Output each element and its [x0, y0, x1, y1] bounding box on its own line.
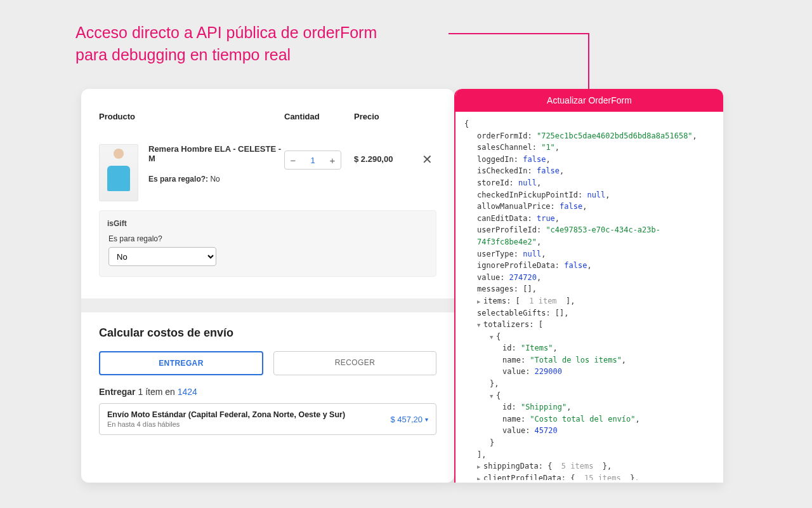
- deliver-summary: Entregar 1 ítem en 1424: [99, 387, 436, 397]
- chevron-down-icon: ▾: [425, 416, 428, 423]
- shipping-option-eta: En hasta 4 días hábiles: [107, 420, 345, 428]
- header-qty: Cantidad: [284, 112, 354, 121]
- collapse-icon[interactable]: ▼: [490, 392, 496, 401]
- shipping-card: Calcular costos de envío ENTREGAR RECOGE…: [81, 298, 454, 435]
- json-viewer[interactable]: { orderFormId: "725ec1bc5dae4602bd5d6bd8…: [455, 112, 723, 480]
- shipping-option[interactable]: Envío Moto Estándar (Capital Federal, Zo…: [99, 403, 436, 435]
- product-name: Remera Hombre ELA - CELESTE - M: [148, 144, 284, 163]
- checkout-panel: Producto Cantidad Precio Remera Hombre E…: [81, 89, 454, 483]
- isgift-field-label: Es para regalo?: [108, 234, 427, 243]
- isgift-block: isGift Es para regalo? No: [99, 210, 436, 277]
- quantity-stepper[interactable]: − 1 +: [284, 150, 341, 170]
- remove-item-button[interactable]: ✕: [417, 152, 436, 167]
- product-image: [99, 144, 138, 201]
- collapse-icon[interactable]: ▼: [477, 321, 483, 330]
- expand-icon[interactable]: ▶: [477, 298, 483, 307]
- qty-value: 1: [301, 156, 324, 165]
- product-gift-line: Es para regalo?: No: [148, 175, 284, 184]
- debug-panel: Actualizar OrderForm { orderFormId: "725…: [454, 89, 723, 483]
- cart-header-row: Producto Cantidad Precio: [99, 107, 436, 133]
- shipping-option-price: $ 457,20 ▾: [390, 415, 428, 424]
- expand-icon[interactable]: ▶: [477, 475, 483, 480]
- item-price: $ 2.290,00: [354, 154, 417, 164]
- expand-icon[interactable]: ▶: [477, 463, 483, 472]
- callout-connector: [449, 33, 589, 90]
- qty-plus-button[interactable]: +: [324, 155, 341, 166]
- heading-line-2: para debugging en tiempo real: [75, 46, 291, 64]
- shipping-title: Calcular costos de envío: [99, 326, 436, 340]
- debug-header[interactable]: Actualizar OrderForm: [455, 89, 723, 112]
- collapse-icon[interactable]: ▼: [490, 333, 496, 342]
- page-heading: Acceso directo a API pública de orderFor…: [75, 22, 377, 66]
- shipping-option-name: Envío Moto Estándar (Capital Federal, Zo…: [107, 410, 345, 419]
- cart-item-row: Remera Hombre ELA - CELESTE - M Es para …: [99, 133, 436, 205]
- isgift-select[interactable]: No: [108, 247, 216, 266]
- header-product: Producto: [99, 112, 284, 121]
- heading-line-1: Acceso directo a API pública de orderFor…: [75, 23, 377, 41]
- zip-link[interactable]: 1424: [178, 387, 197, 397]
- tab-pickup[interactable]: RECOGER: [273, 351, 436, 375]
- tab-deliver[interactable]: ENTREGAR: [99, 351, 263, 375]
- qty-minus-button[interactable]: −: [285, 155, 301, 166]
- isgift-title: isGift: [107, 219, 127, 228]
- header-price: Precio: [354, 112, 417, 121]
